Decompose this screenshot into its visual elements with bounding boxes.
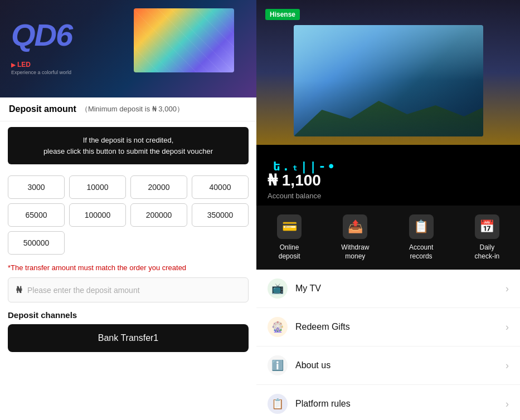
amount-btn-500000[interactable]: 500000 — [8, 231, 65, 255]
balance-amount: ₦ 1,100 — [268, 171, 509, 189]
daily-checkin-icon: 📅 — [475, 214, 499, 239]
action-account-records[interactable]: 📋 Accountrecords — [399, 214, 444, 261]
deposit-input-row[interactable]: ₦ Please enter the deposit amount — [8, 277, 249, 302]
blurred-username: ե.ₜ||‑∙ — [273, 159, 514, 173]
redeem-gifts-icon: 🎡 — [268, 317, 288, 337]
about-us-icon: ℹ️ — [268, 355, 288, 375]
deposit-input-placeholder: Please enter the deposit amount — [27, 286, 140, 295]
platform-rules-label: Platform rules — [295, 399, 506, 409]
menu-item-my-tv[interactable]: 📺 My TV › — [256, 270, 520, 308]
banner-image: QD6 LED Experience a colorful world — [0, 0, 256, 97]
platform-rules-chevron: › — [506, 398, 509, 410]
voucher-button[interactable]: If the deposit is not credited, please c… — [8, 127, 249, 164]
platform-rules-icon: 📋 — [268, 394, 288, 414]
account-balance-section: ե.ₜ||‑∙ ₦ 1,100 Account balance — [256, 145, 520, 206]
amount-btn-200000[interactable]: 200000 — [130, 203, 187, 227]
menu-item-about-us[interactable]: ℹ️ About us › — [256, 346, 520, 385]
about-us-label: About us — [295, 360, 506, 370]
warning-text: *The transfer amount must match the orde… — [0, 260, 256, 277]
right-tv-screen — [294, 25, 483, 136]
amount-btn-100000[interactable]: 100000 — [69, 203, 126, 227]
account-records-label: Accountrecords — [409, 243, 433, 261]
led-label: LED — [11, 61, 71, 69]
right-tv-image — [256, 0, 520, 145]
mountain-shape — [294, 92, 483, 136]
amount-btn-65000[interactable]: 65000 — [8, 203, 65, 227]
amount-btn-10000[interactable]: 10000 — [69, 175, 126, 199]
qd6-text: QD6 — [11, 17, 72, 53]
amount-btn-350000[interactable]: 350000 — [192, 203, 249, 227]
action-daily-checkin[interactable]: 📅 Dailycheck-in — [465, 214, 509, 261]
voucher-line2: please click this button to submit the d… — [43, 147, 213, 155]
amount-btn-20000[interactable]: 20000 — [130, 175, 187, 199]
withdraw-money-label: Withdrawmoney — [341, 243, 369, 261]
deposit-header: Deposit amount （Minimum deposit is ₦ 3,0… — [0, 97, 256, 121]
action-online-deposit[interactable]: 💳 Onlinedeposit — [267, 214, 312, 261]
amount-btn-40000[interactable]: 40000 — [192, 175, 249, 199]
quick-actions: 💳 Onlinedeposit 📤 Withdrawmoney 📋 Accoun… — [256, 206, 520, 270]
my-tv-icon: 📺 — [268, 279, 288, 299]
account-records-icon: 📋 — [409, 214, 434, 239]
right-hero: Hisense — [256, 0, 520, 145]
online-deposit-icon: 💳 — [277, 214, 302, 239]
minimum-deposit: （Minimum deposit is ₦ 3,000） — [81, 104, 184, 114]
about-us-chevron: › — [506, 360, 509, 372]
account-balance-label: Account balance — [268, 192, 509, 200]
led-badge: LED Experience a colorful world — [11, 61, 71, 75]
online-deposit-label: Onlinedeposit — [279, 243, 300, 261]
menu-item-redeem-gifts[interactable]: 🎡 Redeem Gifts › — [256, 308, 520, 346]
deposit-amount-label: Deposit amount — [9, 104, 76, 114]
naira-symbol: ₦ — [16, 285, 22, 295]
action-withdraw-money[interactable]: 📤 Withdrawmoney — [333, 214, 377, 261]
deposit-channels-label: Deposit channels — [0, 302, 256, 324]
redeem-gifts-chevron: › — [506, 321, 509, 333]
amount-grid: 3000 10000 20000 40000 65000 100000 2000… — [0, 170, 256, 260]
tv-illustration — [134, 8, 245, 89]
banner-tagline: Experience a colorful world — [11, 70, 71, 75]
withdraw-money-icon: 📤 — [343, 214, 367, 239]
bank-transfer-button[interactable]: Bank Transfer1 — [8, 324, 249, 352]
left-panel: QD6 LED Experience a colorful world Depo… — [0, 0, 256, 420]
menu-item-platform-rules[interactable]: 📋 Platform rules › — [256, 385, 520, 420]
tv-screen — [134, 8, 234, 72]
amount-btn-3000[interactable]: 3000 — [8, 175, 65, 199]
redeem-gifts-label: Redeem Gifts — [295, 322, 506, 332]
voucher-line1: If the deposit is not credited, — [83, 136, 174, 144]
daily-checkin-label: Dailycheck-in — [475, 243, 500, 261]
my-tv-chevron: › — [506, 283, 509, 295]
my-tv-label: My TV — [295, 284, 506, 294]
menu-list: 📺 My TV › 🎡 Redeem Gifts › ℹ️ About us ›… — [256, 270, 520, 420]
right-panel: Hisense ե.ₜ||‑∙ ₦ 1,100 Account balance … — [256, 0, 520, 420]
